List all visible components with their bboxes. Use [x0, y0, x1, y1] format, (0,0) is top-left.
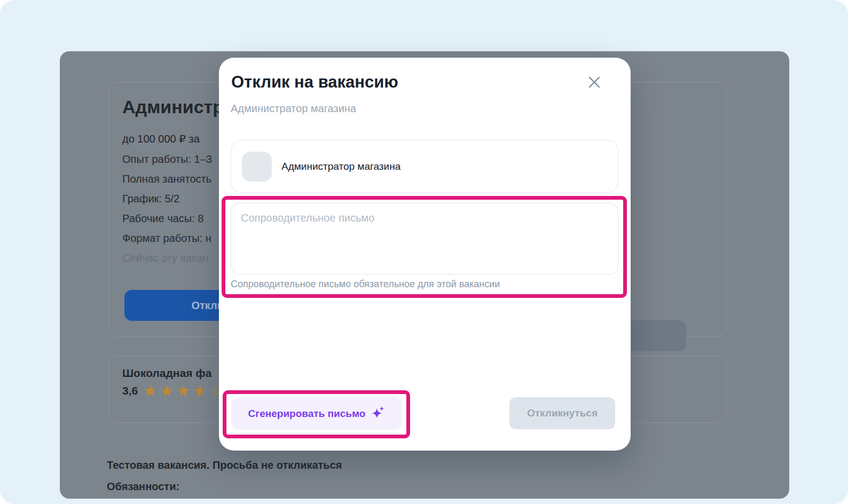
- vacancy-format: Формат работы: н: [122, 232, 211, 245]
- cover-letter-required-hint: Сопроводительное письмо обязательное для…: [231, 279, 500, 290]
- modal-vacancy-subtitle: Администратор магазина: [231, 103, 356, 115]
- screenshot-stage: Администратор магазина до 100 000 ₽ за О…: [0, 0, 848, 504]
- generate-letter-label: Сгенерировать письмо: [248, 408, 366, 420]
- star-icon: ★: [160, 383, 174, 399]
- rating-stars: ★★★☆★☆: [143, 383, 223, 399]
- star-icon: ★: [176, 383, 190, 399]
- test-vacancy-note: Тестовая вакансия. Просьба не откликатьс…: [107, 459, 342, 471]
- vacancy-salary: до 100 000 ₽ за: [122, 132, 200, 145]
- company-name: Шоколадная фа: [122, 367, 211, 380]
- generate-letter-button[interactable]: Сгенерировать письмо: [231, 397, 402, 430]
- vacancy-viewers-note: Сейчас эту вакан: [122, 252, 208, 264]
- resume-select-card[interactable]: Администратор магазина: [231, 140, 618, 193]
- apply-modal: Отклик на вакансию Администратор магазин…: [219, 58, 631, 451]
- resume-avatar: [242, 152, 272, 182]
- rating-value: 3,6: [122, 384, 138, 397]
- modal-title: Отклик на вакансию: [231, 73, 398, 92]
- vacancy-hours: Рабочие часы: 8: [122, 212, 203, 225]
- close-button[interactable]: [586, 75, 602, 91]
- vacancy-experience: Опыт работы: 1–3: [122, 153, 212, 166]
- star-icon: ☆★: [193, 383, 207, 399]
- sparkle-icon: [371, 405, 385, 422]
- duties-heading: Обязанности:: [107, 481, 179, 493]
- modal-apply-button[interactable]: Откликнуться: [509, 397, 615, 429]
- star-icon: ★: [143, 383, 157, 399]
- resume-title: Администратор магазина: [281, 161, 401, 172]
- cover-letter-textarea[interactable]: [231, 203, 618, 274]
- company-rating: 3,6 ★★★☆★☆: [122, 383, 223, 399]
- vacancy-schedule: График: 5/2: [122, 193, 179, 205]
- close-icon: [587, 83, 601, 91]
- vacancy-employment: Полная занятость: [122, 173, 211, 185]
